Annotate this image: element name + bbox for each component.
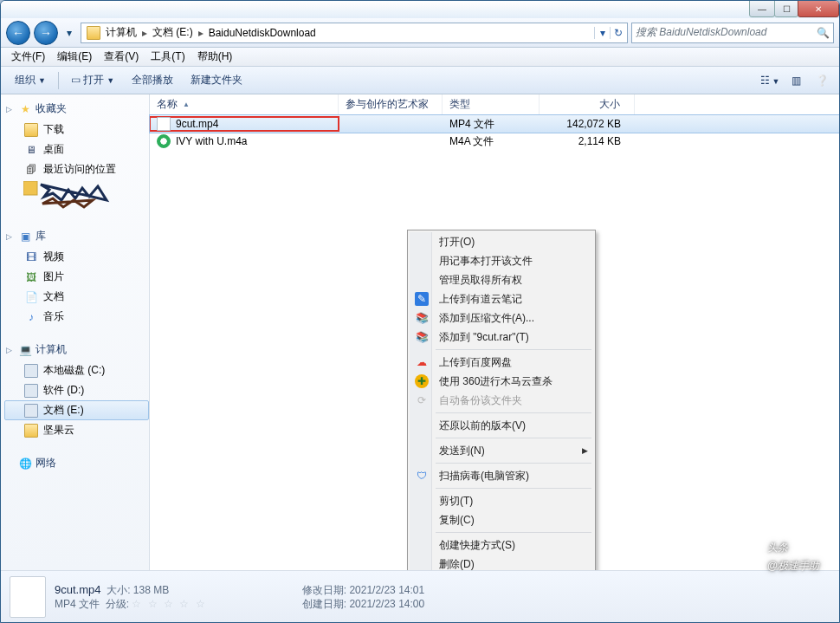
- explorer-window: — ☐ ✕ ← → ▾ 计算机 ▸ 文档 (E:) ▸ BaiduNetdisk…: [0, 0, 840, 623]
- ctx-add-rar-named[interactable]: 📚添加到 "9cut.rar"(T): [410, 328, 593, 347]
- sidebar-item-drive-d[interactable]: 软件 (D:): [4, 380, 149, 400]
- forward-button[interactable]: →: [34, 21, 58, 45]
- play-all-button[interactable]: 全部播放: [125, 69, 180, 91]
- ctx-send-to[interactable]: 发送到(N)▶: [410, 441, 593, 460]
- 360-icon: ✚: [415, 374, 429, 388]
- breadcrumb[interactable]: BaiduNetdiskDownload: [207, 27, 318, 39]
- file-icon: [157, 134, 171, 148]
- file-row[interactable]: 9cut.mp4 MP4 文件 142,072 KB: [150, 115, 839, 133]
- help-button[interactable]: ❔: [811, 75, 832, 87]
- winrar-icon: 📚: [415, 311, 429, 325]
- network-header[interactable]: 🌐网络: [4, 454, 149, 474]
- details-pane: 9cut.mp4 大小: 138 MB MP4 文件 分级: ☆ ☆ ☆ ☆ ☆…: [1, 570, 839, 622]
- sidebar-item-videos[interactable]: 🎞视频: [4, 247, 149, 267]
- svg-rect-0: [23, 181, 37, 195]
- organize-button[interactable]: 组织▼: [8, 69, 53, 91]
- ctx-copy[interactable]: 复制(C): [410, 510, 593, 529]
- svg-marker-2: [42, 198, 93, 207]
- ctx-youdao-upload[interactable]: ✎上传到有道云笔记: [410, 289, 593, 308]
- search-placeholder: 搜索 BaiduNetdiskDownload: [636, 25, 766, 40]
- svg-marker-1: [41, 185, 107, 200]
- address-bar[interactable]: 计算机 ▸ 文档 (E:) ▸ BaiduNetdiskDownload ▾ ↻: [81, 23, 628, 43]
- ctx-open-notepad[interactable]: 用记事本打开该文件: [410, 251, 593, 270]
- ctx-create-shortcut[interactable]: 创建快捷方式(S): [410, 535, 593, 555]
- column-size[interactable]: 大小: [540, 94, 635, 114]
- breadcrumb[interactable]: 文档 (E:): [151, 25, 195, 40]
- ctx-baidu-upload[interactable]: ☁上传到百度网盘: [410, 353, 593, 372]
- sidebar-item-music[interactable]: ♪音乐: [4, 307, 149, 327]
- file-large-icon: [10, 576, 46, 618]
- new-folder-button[interactable]: 新建文件夹: [184, 69, 249, 91]
- navigation-bar: ← → ▾ 计算机 ▸ 文档 (E:) ▸ BaiduNetdiskDownlo…: [1, 18, 839, 48]
- libraries-header[interactable]: ▷▣库: [4, 227, 149, 247]
- column-headers: 名称▲ 参与创作的艺术家 类型 大小: [150, 94, 839, 115]
- breadcrumb[interactable]: 计算机: [104, 25, 139, 40]
- sidebar-item-drive-e[interactable]: 文档 (E:): [4, 400, 149, 420]
- computer-header[interactable]: ▷💻计算机: [4, 341, 149, 360]
- file-name-cell: 9cut.mp4: [150, 117, 339, 131]
- sidebar-item-documents[interactable]: 📄文档: [4, 287, 149, 307]
- window-controls: — ☐ ✕: [750, 0, 839, 17]
- file-type-cell: MP4 文件: [443, 117, 540, 132]
- menu-edit[interactable]: 编辑(E): [52, 48, 97, 66]
- file-type-cell: M4A 文件: [443, 134, 540, 149]
- sidebar-item-nutstore[interactable]: 坚果云: [4, 420, 149, 440]
- file-size-cell: 2,114 KB: [540, 135, 635, 147]
- menu-bar: 文件(F) 编辑(E) 查看(V) 工具(T) 帮助(H): [1, 48, 839, 67]
- ctx-360-scan[interactable]: ✚使用 360进行木马云查杀: [410, 372, 593, 391]
- menu-help[interactable]: 帮助(H): [192, 48, 238, 66]
- winrar-icon: 📚: [415, 330, 429, 344]
- minimize-button[interactable]: —: [749, 0, 775, 17]
- menu-view[interactable]: 查看(V): [99, 48, 144, 66]
- file-icon: [157, 117, 171, 131]
- rating-stars[interactable]: ☆ ☆ ☆ ☆ ☆: [132, 598, 206, 610]
- refresh-button[interactable]: ↻: [610, 27, 625, 39]
- sidebar-item-pictures[interactable]: 🖼图片: [4, 267, 149, 287]
- ctx-cut[interactable]: 剪切(T): [410, 491, 593, 510]
- open-button[interactable]: ▭ 打开▼: [64, 69, 121, 91]
- shield-icon: 🛡: [415, 469, 429, 483]
- body: ▷★收藏夹 下载 🖥桌面 🗐最近访问的位置 ▷▣库 🎞视频 🖼图片 📄文档 ♪音…: [1, 94, 839, 570]
- details-info: 9cut.mp4 大小: 138 MB MP4 文件 分级: ☆ ☆ ☆ ☆ ☆: [55, 583, 207, 611]
- column-name[interactable]: 名称▲: [150, 94, 339, 114]
- ctx-restore-version[interactable]: 还原以前的版本(V): [410, 416, 593, 435]
- file-name-cell: IVY with U.m4a: [150, 134, 339, 148]
- column-artist[interactable]: 参与创作的艺术家: [339, 94, 443, 114]
- sidebar-item-desktop[interactable]: 🖥桌面: [4, 140, 149, 159]
- view-mode-button[interactable]: ☷▼: [759, 75, 780, 87]
- ctx-auto-backup: ⟳自动备份该文件夹: [410, 391, 593, 410]
- search-input[interactable]: 搜索 BaiduNetdiskDownload 🔍: [631, 23, 834, 43]
- close-button[interactable]: ✕: [798, 0, 839, 17]
- details-filename: 9cut.mp4: [55, 583, 100, 596]
- chevron-right-icon: ▸: [139, 27, 151, 39]
- menu-tools[interactable]: 工具(T): [145, 48, 190, 66]
- ctx-virus-scan[interactable]: 🛡扫描病毒(电脑管家): [410, 466, 593, 485]
- sidebar-item-downloads[interactable]: 下载: [4, 120, 149, 140]
- file-row[interactable]: IVY with U.m4a M4A 文件 2,114 KB: [150, 133, 839, 150]
- file-list-area: 名称▲ 参与创作的艺术家 类型 大小 9cut.mp4 MP4 文件 142,0…: [150, 94, 839, 570]
- favorites-header[interactable]: ▷★收藏夹: [4, 100, 149, 120]
- navigation-tree: ▷★收藏夹 下载 🖥桌面 🗐最近访问的位置 ▷▣库 🎞视频 🖼图片 📄文档 ♪音…: [1, 94, 150, 570]
- file-size-cell: 142,072 KB: [540, 118, 635, 130]
- address-dropdown[interactable]: ▾: [594, 27, 610, 39]
- sidebar-item-recent[interactable]: 🗐最近访问的位置: [4, 159, 149, 179]
- sidebar-item-drive-c[interactable]: 本地磁盘 (C:): [4, 360, 149, 380]
- ctx-admin-own[interactable]: 管理员取得所有权: [410, 270, 593, 289]
- ctx-add-rar[interactable]: 📚添加到压缩文件(A)...: [410, 308, 593, 328]
- ctx-open[interactable]: 打开(O): [410, 232, 593, 251]
- preview-pane-button[interactable]: ▥: [785, 75, 806, 87]
- chevron-right-icon: ▸: [195, 27, 207, 39]
- toolbar: 组织▼ ▭ 打开▼ 全部播放 新建文件夹 ☷▼ ▥ ❔: [1, 67, 839, 94]
- menu-file[interactable]: 文件(F): [6, 48, 50, 66]
- sync-icon: ⟳: [415, 393, 429, 407]
- back-button[interactable]: ←: [6, 21, 30, 45]
- baidu-icon: ☁: [415, 355, 429, 369]
- youdao-icon: ✎: [415, 292, 429, 306]
- history-dropdown[interactable]: ▾: [61, 21, 77, 45]
- search-icon: 🔍: [817, 27, 830, 39]
- maximize-button[interactable]: ☐: [774, 0, 798, 17]
- chevron-right-icon: ▶: [582, 446, 588, 455]
- column-type[interactable]: 类型: [443, 94, 540, 114]
- context-menu: 打开(O) 用记事本打开该文件 管理员取得所有权 ✎上传到有道云笔记 📚添加到压…: [407, 230, 596, 620]
- titlebar: — ☐ ✕: [1, 1, 839, 18]
